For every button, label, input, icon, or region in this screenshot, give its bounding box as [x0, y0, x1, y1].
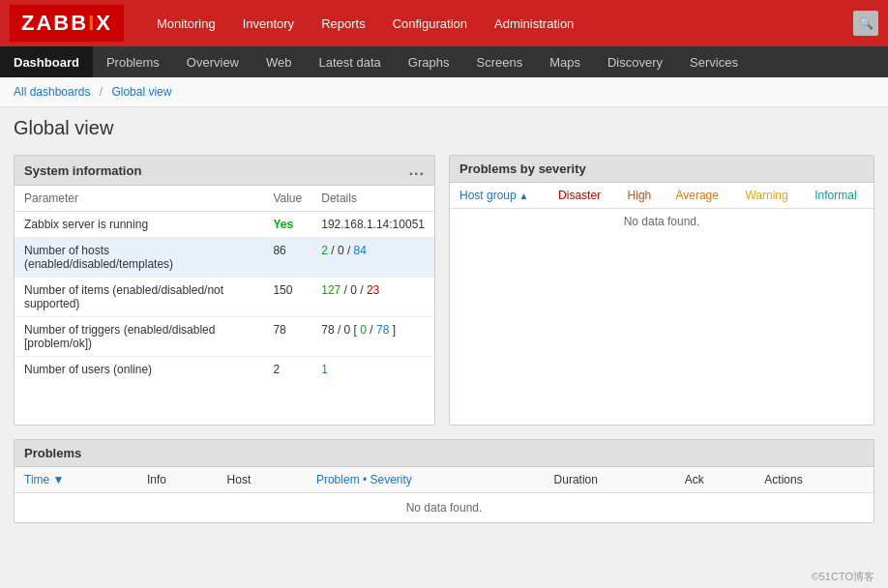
problems-widget-body: Time ▼ Info Host Problem • Severity Dura…	[15, 467, 873, 522]
problems-table: Time ▼ Info Host Problem • Severity Dura…	[15, 467, 873, 522]
system-info-body: Parameter Value Details Zabbix server is…	[15, 186, 434, 382]
row-param: Number of users (online)	[15, 357, 263, 383]
col-average: Average	[666, 183, 735, 209]
tab-graphs[interactable]: Graphs	[395, 46, 463, 77]
breadcrumb-all-dashboards[interactable]: All dashboards	[14, 85, 90, 99]
no-data-row: No data found.	[450, 209, 873, 235]
table-row: Number of users (online) 2 1	[15, 357, 434, 383]
detail-part: 78	[376, 323, 389, 337]
row-value: 150	[263, 278, 311, 317]
no-data-row: No data found.	[15, 493, 873, 523]
col-duration: Duration	[545, 467, 675, 493]
second-navbar: Dashboard Problems Overview Web Latest d…	[0, 46, 888, 77]
tab-services[interactable]: Services	[676, 46, 752, 77]
top-navbar: ZABBIX Monitoring Inventory Reports Conf…	[0, 0, 888, 46]
tab-problems[interactable]: Problems	[93, 46, 173, 77]
detail-part: 78 / 0 [	[321, 323, 357, 337]
problems-no-data-cell: No data found.	[15, 493, 873, 523]
table-row: Number of triggers (enabled/disabled [pr…	[15, 317, 434, 357]
tab-maps[interactable]: Maps	[536, 46, 594, 77]
col-details: Details	[311, 186, 434, 212]
nav-monitoring[interactable]: Monitoring	[143, 0, 229, 46]
row-details: 1	[311, 357, 434, 383]
col-time[interactable]: Time ▼	[15, 467, 137, 493]
detail-part: 84	[354, 244, 367, 257]
detail-part: 2	[321, 244, 328, 257]
tab-web[interactable]: Web	[252, 46, 306, 77]
problems-severity-header: Problems by severity	[450, 156, 873, 183]
tab-dashboard[interactable]: Dashboard	[0, 46, 93, 77]
detail-part: 1	[321, 363, 328, 376]
row-param: Number of hosts (enabled/disabled/templa…	[15, 238, 263, 278]
search-button[interactable]: 🔍	[853, 11, 878, 36]
row-details: 78 / 0 [ 0 / 78 ]	[311, 317, 434, 357]
col-hostgroup[interactable]: Host group	[450, 183, 548, 209]
nav-reports[interactable]: Reports	[308, 0, 379, 46]
tab-screens[interactable]: Screens	[462, 46, 536, 77]
main-content: System information ... Parameter Value D…	[0, 145, 888, 533]
col-ack: Ack	[675, 467, 755, 493]
detail-part: 127	[321, 283, 340, 297]
detail-part: / 0 /	[331, 244, 353, 257]
col-parameter: Parameter	[15, 186, 263, 212]
page-title: Global view	[0, 107, 888, 145]
detail-part: /	[370, 323, 376, 337]
widget-menu-icon[interactable]: ...	[409, 162, 425, 179]
nav-inventory[interactable]: Inventory	[229, 0, 308, 46]
breadcrumb-current: Global view	[111, 85, 171, 99]
row-value: 78	[263, 317, 311, 357]
row-param: Number of items (enabled/disabled/not su…	[15, 278, 263, 317]
table-row: Number of hosts (enabled/disabled/templa…	[15, 238, 434, 278]
row-details: 2 / 0 / 84	[311, 238, 434, 278]
problems-severity-title: Problems by severity	[459, 162, 586, 176]
row-value: Yes	[263, 212, 311, 238]
problems-widget: Problems Time ▼ Info Host Problem • Seve…	[14, 439, 874, 523]
row-value: 86	[263, 238, 311, 278]
row-param: Zabbix server is running	[15, 212, 263, 238]
problems-severity-widget: Problems by severity Host group Disaster…	[449, 155, 874, 426]
table-row: Zabbix server is running Yes 192.168.1.1…	[15, 212, 434, 238]
problems-widget-header: Problems	[15, 440, 873, 467]
nav-administration[interactable]: Administration	[481, 0, 587, 46]
system-info-widget: System information ... Parameter Value D…	[14, 155, 435, 426]
tab-overview[interactable]: Overview	[173, 46, 252, 77]
col-info: Info	[137, 467, 218, 493]
detail-part: 23	[367, 283, 379, 297]
zabbix-logo[interactable]: ZABBIX	[10, 5, 124, 42]
col-value: Value	[263, 186, 311, 212]
no-data-cell: No data found.	[450, 209, 873, 235]
breadcrumb-separator: /	[100, 85, 103, 99]
breadcrumb: All dashboards / Global view	[0, 77, 888, 107]
detail-part: / 0 /	[344, 283, 367, 297]
system-info-title: System information	[24, 163, 141, 178]
severity-table: Host group Disaster High Average Warning…	[450, 183, 873, 234]
col-info: Informal	[805, 183, 873, 209]
col-actions: Actions	[755, 467, 873, 493]
system-info-header: System information ...	[15, 156, 434, 186]
problems-severity-body: Host group Disaster High Average Warning…	[450, 183, 873, 234]
row-param: Number of triggers (enabled/disabled [pr…	[15, 317, 263, 357]
tab-latest-data[interactable]: Latest data	[306, 46, 395, 77]
row-details: 127 / 0 / 23	[311, 278, 434, 317]
nav-configuration[interactable]: Configuration	[379, 0, 481, 46]
tab-discovery[interactable]: Discovery	[594, 46, 676, 77]
col-host: Host	[218, 467, 307, 493]
sysinfo-table: Parameter Value Details Zabbix server is…	[15, 186, 434, 382]
col-problem: Problem • Severity	[307, 467, 545, 493]
row-value: 2	[263, 357, 311, 383]
problems-widget-title: Problems	[24, 446, 81, 460]
table-row: Number of items (enabled/disabled/not su…	[15, 278, 434, 317]
detail-part: 0	[360, 323, 367, 337]
detail-part: ]	[393, 323, 396, 337]
row-details: 192.168.1.14:10051	[311, 212, 434, 238]
col-high: High	[618, 183, 666, 209]
col-warning: Warning	[735, 183, 805, 209]
col-disaster: Disaster	[548, 183, 617, 209]
